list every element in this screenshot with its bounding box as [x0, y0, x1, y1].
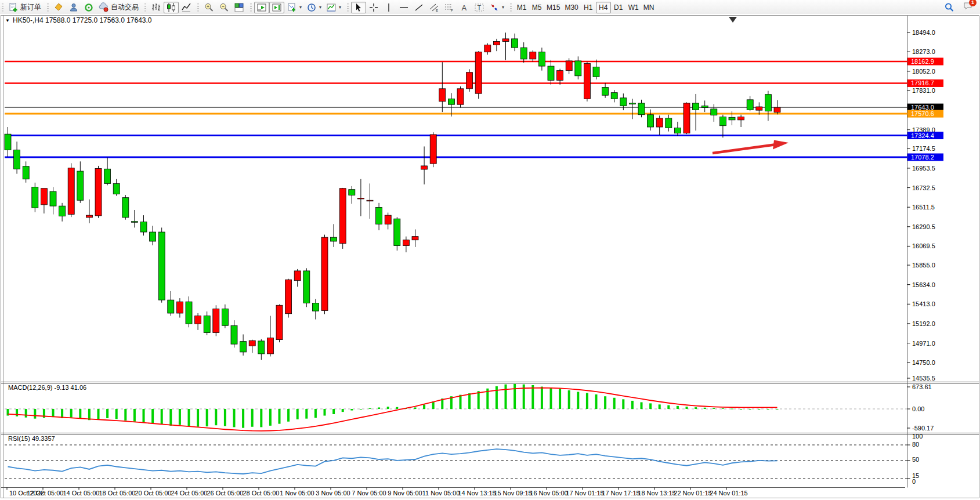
timeframe-d1-button[interactable]: D1 [611, 2, 626, 13]
profiles-button[interactable]: ▾ [304, 2, 324, 13]
price-tick-label: 18052.0 [912, 68, 935, 75]
line-chart-button[interactable] [179, 2, 194, 13]
metaeditor-button[interactable] [51, 2, 66, 13]
candle-down [376, 207, 382, 224]
candle-down [602, 88, 609, 96]
macd-histogram-bar [432, 401, 435, 409]
candle-down [593, 67, 599, 77]
macd-histogram-bar [595, 394, 598, 409]
macd-histogram-bar [260, 409, 262, 427]
fibonacci-button[interactable]: F [442, 2, 457, 13]
macd-histogram-bar [460, 395, 462, 409]
metaeditor-icon [53, 2, 64, 13]
time-tick-label: 18 Nov 13:15 [638, 490, 675, 497]
horizontal-line-button[interactable] [396, 2, 411, 13]
candle-down [520, 48, 527, 59]
timeframe-h4-button[interactable]: H4 [596, 2, 611, 13]
trendline-icon [414, 2, 424, 13]
new-order-button[interactable]: 新订单 [6, 2, 44, 13]
price-tick-label: 16511.5 [912, 204, 935, 211]
price-tick-label: 14971.0 [912, 340, 935, 347]
candle-up [457, 89, 464, 104]
macd-histogram-bar [749, 409, 751, 410]
macd-pane-separator[interactable] [1, 382, 979, 384]
arrows-icon [489, 2, 500, 13]
timeframe-m5-button[interactable]: M5 [529, 2, 544, 13]
dropdown-arrow-icon[interactable]: ▾ [339, 5, 341, 10]
auto-scroll-button[interactable] [254, 2, 269, 13]
bar-chart-button[interactable] [149, 2, 164, 13]
experts-button[interactable] [66, 2, 81, 13]
timeframe-m15-button[interactable]: M15 [544, 2, 562, 13]
candle-down [258, 341, 265, 354]
autotrade-button[interactable]: 自动交易 [96, 2, 141, 13]
templates-button[interactable]: ▾ [324, 2, 343, 13]
macd-tick-label: -590.17 [912, 425, 934, 432]
candle-down [548, 66, 554, 80]
price-tick-label: 14750.0 [912, 359, 935, 366]
macd-histogram-bar [360, 409, 362, 410]
chart-shift-marker-icon[interactable] [729, 17, 737, 23]
vertical-line-button[interactable] [381, 2, 396, 13]
line-chart-icon [181, 2, 191, 13]
chart-canvas[interactable]: 18494.018273.018052.017831.017389.017174… [0, 14, 980, 500]
notifications-button[interactable]: 1 [960, 2, 975, 13]
autotrade-label: 自动交易 [111, 2, 139, 12]
candle-down [638, 103, 645, 115]
rsi-tick-label: 100 [912, 433, 923, 440]
dropdown-arrow-icon[interactable]: ▾ [502, 5, 504, 10]
rsi-pane-separator[interactable] [1, 433, 979, 435]
arrows-button[interactable]: ▾ [487, 2, 507, 13]
timeframe-w1-button[interactable]: W1 [626, 2, 641, 13]
zoom-in-button[interactable] [201, 2, 216, 13]
channel-button[interactable]: E [426, 2, 442, 13]
macd-histogram-bar [649, 403, 652, 409]
timeframe-m30-button[interactable]: M30 [562, 2, 580, 13]
toolbar-group-1: 自动交易 [45, 0, 143, 15]
trend-arrow-line[interactable] [713, 144, 776, 153]
price-tick-label: 17831.0 [912, 87, 935, 94]
macd-histogram-bar [686, 407, 688, 409]
text-button[interactable]: A [457, 2, 472, 13]
time-tick-label: 7 Nov 05:00 [352, 490, 386, 497]
candle-up [774, 107, 780, 112]
trend-arrow-head[interactable] [773, 140, 789, 150]
zoom-out-button[interactable] [216, 2, 232, 13]
macd-histogram-bar [350, 409, 353, 411]
candle-down [122, 198, 129, 218]
macd-histogram-bar [224, 409, 226, 426]
candle-up [68, 168, 74, 215]
macd-histogram-bar [478, 391, 480, 409]
trendline-button[interactable] [411, 2, 426, 13]
dropdown-arrow-icon[interactable]: ▾ [319, 5, 321, 10]
tile-windows-button[interactable] [232, 2, 247, 13]
macd-histogram-bar [577, 392, 579, 409]
text-label-button[interactable]: T [472, 2, 487, 13]
candlestick-chart-button[interactable] [164, 2, 179, 13]
candle-up [530, 52, 536, 59]
new-chart-button[interactable]: ▾ [284, 2, 304, 13]
dropdown-arrow-icon[interactable]: ▾ [299, 5, 302, 10]
timeframe-m1-button[interactable]: M1 [514, 2, 529, 13]
signals-button[interactable] [81, 2, 96, 13]
signals-icon [84, 2, 94, 13]
price-tick-label: 15413.0 [912, 300, 935, 307]
chart-window: 18494.018273.018052.017831.017389.017174… [0, 14, 980, 500]
macd-histogram-bar [641, 402, 643, 409]
price-tag-label: 17570.6 [911, 110, 934, 117]
timeframe-mn-button[interactable]: MN [641, 2, 657, 13]
candle-up [467, 73, 473, 89]
candle-down [131, 222, 138, 223]
chart-shift-button[interactable] [269, 2, 284, 13]
candle-down [168, 300, 174, 313]
cursor-button[interactable] [351, 2, 366, 13]
macd-histogram-bar [233, 409, 236, 427]
crosshair-button[interactable] [366, 2, 381, 13]
candle-up [475, 52, 482, 93]
search-button[interactable] [942, 2, 957, 13]
candle-down [104, 169, 111, 183]
time-tick-label: 3 Nov 05:00 [316, 490, 350, 497]
macd-histogram-bar [369, 408, 371, 409]
timeframe-h1-button[interactable]: H1 [581, 2, 596, 13]
new-chart-icon [287, 2, 297, 13]
